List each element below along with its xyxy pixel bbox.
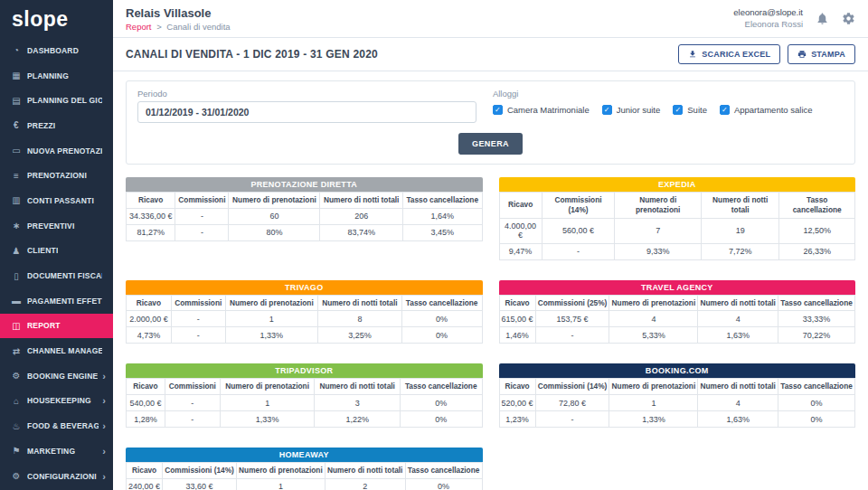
checkbox-label: Junior suite [617, 105, 661, 115]
channel-table-booking-com: BOOKING.COM RicavoCommissioni (14%)Numer… [499, 363, 856, 428]
table-cell: 1,64% [402, 208, 482, 224]
table-cell: 520,00 € [499, 395, 535, 411]
table-cell: 0% [778, 411, 855, 428]
table-cell: 4,73% [127, 327, 172, 344]
periodo-input[interactable] [137, 101, 476, 123]
alloggio-checkbox[interactable]: Suite [673, 105, 707, 115]
sidebar-item-report[interactable]: ◫ REPORT [0, 314, 113, 339]
checkbox-label: Suite [687, 105, 707, 115]
sidebar-item-documenti-fiscali[interactable]: ▯ DOCUMENTI FISCALI [0, 263, 113, 288]
table-cell: 1,23% [499, 411, 535, 428]
calendar-icon: ▦ [10, 71, 23, 80]
sidebar-item-label: PAGAMENTI EFFETTUATI [27, 297, 102, 306]
table-cell: 2.000,00 € [127, 311, 172, 327]
column-header: Numero di prenotazioni [229, 193, 320, 209]
stampa-button[interactable]: STAMPA [788, 44, 855, 64]
sidebar-item-dashboard[interactable]: ◔ DASHBOARD [0, 38, 113, 63]
table-cell: 3 [315, 395, 401, 411]
table-row: 4,73%-1,33%3,25%0% [127, 327, 483, 344]
sidebar-item-clienti[interactable]: ♟ CLIENTI [0, 239, 113, 264]
topbar: Relais Villasole Report > Canali di vend… [113, 0, 868, 38]
table-cell: 7 [615, 218, 702, 243]
column-header: Numero di notti totali [320, 193, 402, 209]
sidebar-item-pagamenti-effettuati[interactable]: ▬ PAGAMENTI EFFETTUATI [0, 288, 113, 314]
table-cell: 1,63% [698, 411, 778, 428]
column-header: Ricavo [499, 379, 535, 395]
exchange-icon: ⇄ [10, 346, 23, 356]
scarica-excel-button[interactable]: SCARICA EXCEL [678, 44, 780, 64]
main-area: Relais Villasole Report > Canali di vend… [113, 0, 868, 490]
alloggio-checkbox[interactable]: Appartamento salice [720, 105, 813, 115]
table-cell: 1 [609, 395, 698, 411]
table-cell: 0% [401, 311, 482, 327]
table-cell: 240,00 € [127, 478, 163, 490]
checkbox-icon[interactable] [493, 105, 503, 115]
table-cell: - [165, 395, 220, 411]
table-header-row: RicavoCommissioni (25%)Numero di prenota… [499, 295, 855, 311]
sidebar-item-conti-passanti[interactable]: ▥ CONTI PASSANTI [0, 188, 113, 213]
column-header: Numero di prenotazioni [615, 193, 702, 219]
checkbox-icon[interactable] [720, 105, 730, 115]
sidebar-item-planning-del-giorno[interactable]: ▤ PLANNING DEL GIORNO [0, 88, 113, 113]
column-header: Commissioni [171, 295, 225, 311]
sidebar-item-label: CLIENTI [27, 246, 58, 255]
table-row: 4.000,00 €560,00 €71912,50% [499, 218, 855, 243]
sidebar-item-preventivi[interactable]: ∗ PREVENTIVI [0, 213, 113, 239]
table-body: 4.000,00 €560,00 €71912,50%9,47%-9,33%7,… [499, 218, 855, 259]
euro-icon: € [10, 120, 23, 130]
table-cell: 1,28% [127, 411, 165, 428]
table-cell: 153,75 € [535, 311, 609, 327]
breadcrumb-report-link[interactable]: Report [126, 22, 152, 32]
table-cell: 33,60 € [163, 478, 237, 490]
alloggio-checkbox[interactable]: Junior suite [602, 105, 661, 115]
user-email: eleonora@slope.it [733, 7, 803, 18]
sidebar-item-channel-manager[interactable]: ⇄ CHANNEL MANAGER [0, 338, 113, 363]
alloggio-checkbox[interactable]: Camera Matrimoniale [493, 105, 590, 115]
table-cell: - [175, 208, 229, 224]
column-header: Tasso cancellazione [402, 193, 482, 209]
chevron-right-icon: › [99, 446, 106, 457]
column-header: Ricavo [127, 193, 175, 209]
channel-table-title: TRIPADVISOR [126, 363, 483, 378]
periodo-field: Periodo [137, 89, 476, 123]
sidebar-item-label: DASHBOARD [27, 46, 79, 55]
topbar-titles: Relais Villasole Report > Canali di vend… [126, 6, 231, 32]
sidebar-item-prezzi[interactable]: € PREZZI [0, 113, 113, 138]
alloggi-checkbox-group: Camera Matrimoniale Junior suite Suite A… [493, 105, 844, 115]
sidebar: slope ◔ DASHBOARD ▦ PLANNING ▤ PLANNING … [0, 0, 113, 490]
table-cell: 0% [405, 478, 482, 490]
channel-tables-grid: PRENOTAZIONE DIRETTA RicavoCommissioniNu… [113, 165, 868, 490]
notifications-bell-icon[interactable] [816, 12, 829, 25]
table-cell: 80% [229, 224, 320, 240]
column-header: Ricavo [499, 193, 542, 219]
checkbox-icon[interactable] [673, 105, 683, 115]
sidebar-item-nuova-prenotazione[interactable]: ▭ NUOVA PRENOTAZIONE [0, 138, 113, 164]
settings-icon: ⚙ [10, 471, 23, 481]
channel-table-title: TRIVAGO [126, 280, 483, 295]
table-cell: 0% [401, 327, 482, 344]
checkbox-icon[interactable] [602, 105, 612, 115]
bed-icon: ▭ [10, 146, 23, 155]
sidebar-item-food-beverage[interactable]: ♨ FOOD & BEVERAGE › [0, 413, 113, 438]
sidebar-item-booking-engine[interactable]: ⚙ BOOKING ENGINE › [0, 363, 113, 389]
sidebar-item-label: PREZZI [27, 121, 55, 130]
column-header: Numero di notti totali [698, 379, 778, 395]
sidebar-item-label: PRENOTAZIONI [27, 171, 87, 180]
channel-table-title: HOMEAWAY [126, 448, 483, 462]
checkbox-label: Appartamento salice [734, 105, 813, 115]
table-body: 520,00 €72,80 €140%1,23%-1,33%1,63%0% [499, 395, 855, 428]
cutlery-icon: ♨ [10, 421, 23, 431]
genera-button[interactable]: GENERA [458, 133, 523, 155]
table-header-row: RicavoCommissioni (14%)Numero di prenota… [499, 193, 855, 219]
settings-gear-icon[interactable] [842, 12, 855, 25]
sidebar-item-prenotazioni[interactable]: ≡ PRENOTAZIONI [0, 163, 113, 188]
sidebar-item-label: DOCUMENTI FISCALI [27, 271, 102, 280]
column-header: Ricavo [127, 463, 163, 479]
column-header: Commissioni [165, 379, 220, 395]
sidebar-item-configurazioni[interactable]: ⚙ CONFIGURAZIONI › [0, 464, 113, 489]
table-cell: 5,33% [609, 327, 698, 344]
sidebar-item-housekeeping[interactable]: ⌂ HOUSEKEEPING › [0, 389, 113, 414]
sidebar-item-planning[interactable]: ▦ PLANNING [0, 63, 113, 89]
table-cell: 3,45% [402, 224, 482, 240]
sidebar-item-marketing[interactable]: ⚑ MARKETING › [0, 438, 113, 464]
